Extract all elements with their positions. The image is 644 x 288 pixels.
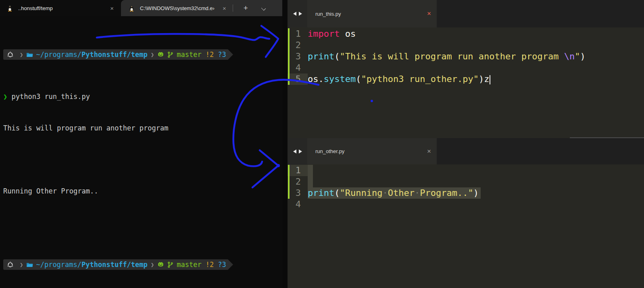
token-str: "	[575, 51, 580, 61]
blank-line	[3, 154, 282, 165]
command-line: ❯ python3 run_this.py	[3, 91, 282, 102]
blank-line	[3, 217, 282, 228]
tab-scroll-nav	[288, 138, 307, 164]
code-line: 1	[288, 165, 644, 176]
token-pl: )	[580, 51, 586, 61]
line-number: 1	[288, 28, 308, 40]
token-str: "Running	[340, 188, 382, 198]
scroll-right-icon[interactable]	[299, 149, 302, 153]
git-dirty-count: !2	[206, 49, 214, 60]
powerline-prompt: ❯ ~/programs/Pythonstuff/temp ❯	[3, 49, 228, 60]
chevron-down-icon[interactable]	[262, 6, 266, 10]
git-branch-name: master	[177, 259, 201, 270]
code-text	[308, 165, 313, 176]
output-text: This is will program run another program	[3, 123, 168, 133]
selection-highlight: print("Running·Other·Program..")	[308, 187, 481, 199]
code-line: 2	[288, 40, 644, 51]
prompt-path-anchor: Pythonstuff/temp	[81, 261, 148, 269]
powerline-separator: ❯	[20, 259, 23, 270]
new-tab-button[interactable]: +	[239, 4, 253, 13]
modified-lines-bar	[288, 165, 290, 199]
close-tab-icon[interactable]: ×	[220, 5, 229, 12]
token-fn: print	[308, 51, 334, 61]
token-kw: import	[308, 29, 340, 39]
prompt-line: ❯ ~/programs/Pythonstuff/temp ❯	[3, 49, 282, 60]
prompt-path-prefix: ~/programs/	[36, 50, 81, 59]
code-text: print("Running·Other·Program..")	[308, 187, 481, 199]
powerline-separator: ❯	[151, 49, 154, 60]
tux-icon	[128, 5, 135, 12]
tab-title: run_this.py	[315, 11, 427, 17]
token-fn: print	[308, 188, 334, 198]
token-pl: )z	[479, 74, 490, 84]
prompt-symbol: ❯	[3, 91, 7, 102]
line-number: 2	[288, 40, 308, 51]
token-str: "python3 run_other.py"	[361, 74, 478, 84]
token-pl: (	[334, 51, 340, 61]
selection-block	[308, 165, 313, 176]
tab-title: run_other.py	[315, 148, 427, 154]
folder-icon	[26, 261, 33, 268]
prompt-line: ❯ ~/programs/Pythonstuff/temp ❯	[3, 259, 282, 270]
token-str: Other	[388, 188, 415, 198]
code-line: 5os.system("python3 run_other.py")z	[288, 74, 644, 85]
powerline-prompt: ❯ ~/programs/Pythonstuff/temp ❯	[3, 259, 228, 270]
line-number: 4	[288, 62, 308, 74]
editor-tab-bar: run_this.py ×	[288, 0, 644, 27]
code-area-run-other[interactable]: 123print("Running·Other·Program..")4	[288, 164, 644, 288]
scroll-left-icon[interactable]	[293, 149, 296, 153]
terminal-tab-wsl-title: ..honstuff/temp	[18, 5, 108, 11]
output-text: Running Other Program..	[3, 186, 98, 196]
prompt-path-prefix: ~/programs/	[36, 261, 81, 269]
token-esc: \n	[564, 51, 575, 61]
code-line: 3print("This is will program run another…	[288, 51, 644, 62]
scroll-left-icon[interactable]	[293, 12, 296, 16]
line-number: 3	[288, 187, 308, 199]
git-untracked-count: ?3	[218, 49, 226, 60]
code-line: 2	[288, 176, 644, 187]
token-pl: )	[473, 188, 479, 198]
prompt-path-anchor: Pythonstuff/temp	[81, 50, 148, 59]
code-line: 1import os	[288, 28, 644, 40]
octocat-icon	[157, 261, 164, 268]
code-line: 4	[288, 62, 644, 74]
token-pl: os.	[308, 74, 324, 84]
terminal-tab-cmd-title: C:\WINDOWS\system32\cmd.e›	[140, 5, 215, 11]
code-text: import os	[308, 28, 356, 40]
token-dot: ·	[415, 188, 420, 198]
editor-pane-run-other: run_other.py × 123print("Running·Other·P…	[282, 138, 644, 288]
folder-icon	[26, 51, 33, 58]
git-untracked-count: ?3	[218, 259, 226, 270]
prompt-path: ~/programs/Pythonstuff/temp	[36, 259, 147, 270]
code-text: os.system("python3 run_other.py")z	[308, 74, 490, 85]
selection-block	[308, 176, 313, 187]
token-pl: (	[334, 188, 340, 198]
git-dirty-count: !2	[206, 259, 214, 270]
tab-run-this[interactable]: run_this.py ×	[307, 0, 437, 27]
modified-lines-bar	[288, 28, 290, 85]
terminal-content[interactable]: ❯ ~/programs/Pythonstuff/temp ❯	[3, 18, 282, 288]
git-branch-icon	[167, 261, 174, 268]
token-str: Program.."	[420, 188, 473, 198]
git-branch-icon	[167, 51, 174, 58]
terminal-tab-bar-right: C:\WINDOWS\system32\cmd.e› × +	[121, 0, 282, 16]
tux-icon	[6, 5, 13, 12]
code-line: 4	[288, 199, 644, 210]
pane-divider[interactable]	[570, 137, 644, 138]
close-tab-icon[interactable]: ×	[427, 10, 431, 18]
terminal-tab-wsl[interactable]: ..honstuff/temp ×	[0, 0, 121, 16]
line-number: 3	[288, 51, 308, 62]
editor-tab-bar: run_other.py ×	[288, 138, 644, 164]
line-number: 5	[288, 74, 308, 85]
git-branch-name: master	[177, 49, 201, 60]
close-tab-icon[interactable]: ×	[108, 5, 116, 12]
tab-run-other[interactable]: run_other.py ×	[307, 138, 437, 164]
code-area-run-this[interactable]: 1import os23print("This is will program …	[288, 27, 644, 137]
editor-column: run_this.py × 1import os23print("This is…	[282, 0, 644, 288]
editor-pane-run-this: run_this.py × 1import os23print("This is…	[282, 0, 644, 137]
scroll-right-icon[interactable]	[299, 12, 302, 16]
ubuntu-logo-icon	[7, 51, 14, 58]
tab-scroll-nav	[288, 0, 307, 27]
line-number: 4	[288, 199, 308, 210]
close-tab-icon[interactable]: ×	[427, 147, 431, 156]
